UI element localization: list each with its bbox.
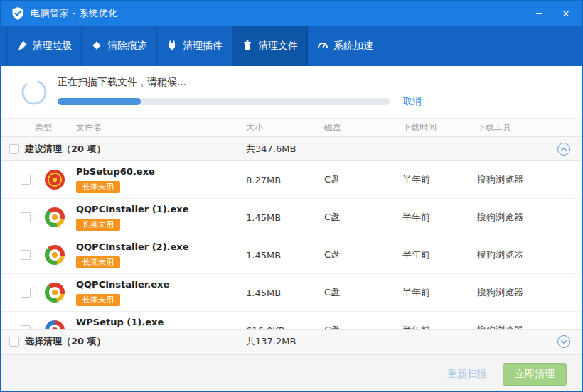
file-type-icon — [45, 207, 65, 227]
scan-body: 正在扫描下载文件，请稍候... 取消 — [58, 76, 422, 108]
file-disk: C盘 — [324, 324, 402, 329]
table-row[interactable]: QQPCInstaller (2).exe 长期未用 1.45MB C盘 半年前… — [1, 236, 582, 274]
file-type-icon — [45, 245, 65, 265]
group-title: 建议清理（20 项） — [25, 143, 106, 156]
scan-status-bar: 正在扫描下载文件，请稍候... 取消 — [1, 66, 582, 118]
group-suggested-cleanup[interactable]: 建议清理（20 项） 共347.6MB — [1, 137, 582, 161]
speedometer-icon — [317, 40, 328, 53]
header-filename: 文件名 — [76, 121, 246, 134]
chevron-up-icon[interactable] — [557, 142, 571, 156]
file-download-tool: 搜狗浏览器 — [477, 173, 561, 186]
group-selected-cleanup[interactable]: 选择清理（20 项） 共137.2MB — [1, 329, 582, 354]
clean-now-button[interactable]: 立即清理 — [503, 363, 567, 386]
file-download-tool: 搜狗浏览器 — [477, 211, 561, 224]
file-download-time: 半年前 — [402, 173, 477, 186]
header-download-time: 下载时间 — [402, 121, 477, 134]
file-download-tool: 搜狗浏览器 — [477, 249, 561, 261]
file-download-time: 半年前 — [402, 324, 477, 329]
long-unused-badge: 长期未用 — [76, 181, 120, 193]
table-row[interactable]: PbSetup60.exe 长期未用 8.27MB C盘 半年前 搜狗浏览器 — [1, 161, 582, 199]
file-download-tool: 搜狗浏览器 — [477, 286, 561, 299]
trash-icon — [242, 40, 253, 53]
row-checkbox[interactable] — [21, 288, 31, 298]
file-name: WPSetup (1).exe — [76, 317, 246, 328]
progress-fill — [58, 98, 141, 105]
file-size: 1.45MB — [246, 212, 324, 223]
tab-clean-plugins[interactable]: 清理插件 — [157, 26, 232, 66]
file-name: QQPCInstaller.exe — [76, 279, 246, 290]
file-name-cell: WPSetup (1).exe 长期未用 — [76, 317, 246, 329]
table-row[interactable]: WPSetup (1).exe 长期未用 616.0KB C盘 半年前 搜狗浏览… — [1, 312, 582, 329]
header-disk: 磁盘 — [324, 121, 402, 134]
table-row[interactable]: QQPCInstaller.exe 长期未用 1.45MB C盘 半年前 搜狗浏… — [1, 274, 582, 312]
tab-label: 清理垃圾 — [33, 40, 73, 53]
tab-label: 清除痕迹 — [107, 40, 147, 53]
progress-bar — [58, 98, 390, 105]
file-name-cell: QQPCInstaller (2).exe 长期未用 — [76, 241, 246, 268]
group-checkbox[interactable] — [9, 144, 19, 154]
file-name-cell: QQPCInstaller (1).exe 长期未用 — [76, 204, 246, 231]
file-disk: C盘 — [324, 286, 402, 299]
title-bar: 电脑管家 - 系统优化 ─ ✕ — [1, 1, 582, 26]
rescan-button[interactable]: 重新扫描 — [447, 368, 487, 381]
table-header: 类型 文件名 大小 磁盘 下载时间 下载工具 — [1, 118, 582, 137]
file-download-time: 半年前 — [402, 286, 477, 299]
tab-clean-junk[interactable]: 清理垃圾 — [6, 26, 82, 66]
tab-clean-files[interactable]: 清理文件 — [232, 26, 308, 66]
file-disk: C盘 — [324, 211, 402, 224]
group-total-size: 共347.6MB — [246, 143, 296, 156]
file-name: PbSetup60.exe — [76, 166, 246, 178]
file-size: 8.27MB — [246, 175, 324, 185]
file-name-cell: PbSetup60.exe 长期未用 — [76, 166, 246, 193]
app-window: 电脑管家 - 系统优化 ─ ✕ 清理垃圾 清除痕迹 清理插件 清理文件 系统加速 — [0, 0, 583, 392]
close-button[interactable]: ✕ — [560, 9, 572, 19]
group-title: 选择清理（20 项） — [25, 335, 106, 348]
header-download-tool: 下载工具 — [477, 121, 561, 134]
group-total-size: 共137.2MB — [246, 335, 296, 348]
minimize-button[interactable]: ─ — [533, 9, 545, 19]
table-row[interactable]: QQPCInstaller (1).exe 长期未用 1.45MB C盘 半年前… — [1, 199, 582, 236]
file-list: 建议清理（20 项） 共347.6MB PbSetup60.exe 长期未用 8… — [1, 137, 582, 329]
file-download-time: 半年前 — [402, 211, 477, 224]
footer-bar: 重新扫描 立即清理 — [1, 354, 582, 392]
file-disk: C盘 — [324, 249, 402, 261]
window-controls: ─ ✕ — [533, 9, 572, 19]
file-type-icon — [45, 170, 65, 190]
long-unused-badge: 长期未用 — [76, 256, 120, 268]
file-name: QQPCInstaller (1).exe — [76, 204, 246, 215]
file-size: 1.45MB — [246, 250, 324, 261]
cancel-scan-link[interactable]: 取消 — [403, 95, 422, 108]
file-name: QQPCInstaller (2).exe — [76, 241, 246, 253]
tab-label: 系统加速 — [333, 40, 373, 53]
nav-tabs: 清理垃圾 清除痕迹 清理插件 清理文件 系统加速 — [1, 26, 582, 66]
file-size: 1.45MB — [246, 288, 324, 298]
tab-system-speedup[interactable]: 系统加速 — [308, 26, 383, 66]
app-logo-icon — [11, 6, 25, 21]
chevron-down-icon[interactable] — [557, 334, 571, 349]
long-unused-badge: 长期未用 — [76, 294, 120, 306]
loading-spinner-icon — [21, 79, 48, 106]
row-checkbox[interactable] — [21, 212, 31, 222]
plug-icon — [166, 40, 178, 53]
file-type-icon — [45, 320, 65, 329]
file-download-tool: 搜狗浏览器 — [477, 324, 561, 329]
broom-icon — [16, 40, 28, 53]
row-checkbox[interactable] — [21, 250, 31, 260]
scan-status-text: 正在扫描下载文件，请稍候... — [58, 76, 422, 89]
header-size: 大小 — [246, 121, 324, 134]
row-checkbox[interactable] — [21, 175, 31, 185]
eraser-icon — [91, 40, 102, 53]
file-name-cell: QQPCInstaller.exe 长期未用 — [76, 279, 246, 306]
window-title: 电脑管家 - 系统优化 — [31, 7, 117, 20]
long-unused-badge: 长期未用 — [76, 219, 120, 231]
tab-label: 清理插件 — [183, 40, 223, 53]
tab-clear-traces[interactable]: 清除痕迹 — [82, 26, 157, 66]
group-checkbox[interactable] — [9, 337, 19, 347]
header-type: 类型 — [21, 121, 76, 134]
tab-label: 清理文件 — [258, 40, 298, 53]
file-disk: C盘 — [324, 173, 402, 186]
file-download-time: 半年前 — [402, 249, 477, 261]
file-type-icon — [45, 283, 65, 303]
